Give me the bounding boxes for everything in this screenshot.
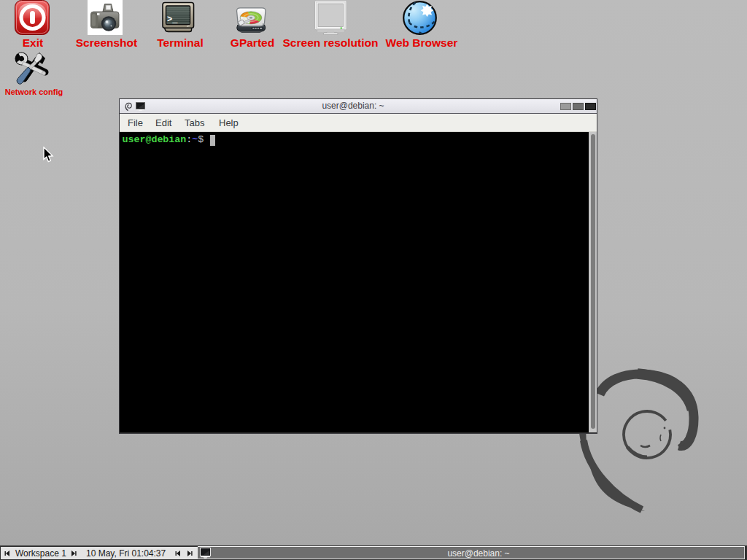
svg-text:>_: >_ <box>167 15 178 25</box>
